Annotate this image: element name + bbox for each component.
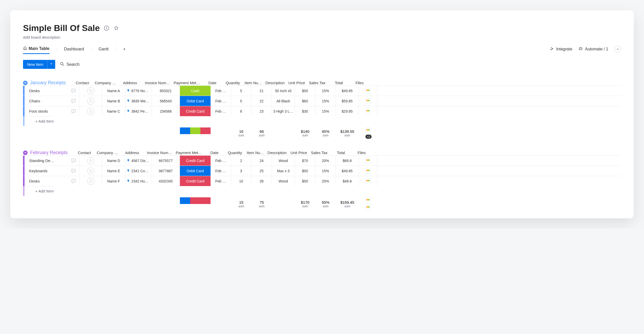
address-cell[interactable]: 4567 Dix…	[125, 156, 152, 166]
date-cell[interactable]: Feb …	[211, 96, 231, 106]
total-cell[interactable]: $49.8	[336, 176, 359, 186]
conversation-button[interactable]	[68, 156, 79, 166]
company-cell[interactable]: Name F	[102, 176, 125, 186]
company-cell[interactable]: Name D	[102, 156, 125, 166]
column-date[interactable]: Date	[202, 81, 223, 85]
payment-cell[interactable]: Cash	[180, 86, 211, 96]
date-cell[interactable]: Feb …	[211, 106, 231, 116]
contact-cell[interactable]	[79, 106, 102, 116]
group-collapse-toggle[interactable]	[23, 81, 28, 85]
column-invoice-number[interactable]: Invoice Num…	[143, 81, 171, 85]
quantity-cell[interactable]: 5	[231, 86, 251, 96]
column-contact[interactable]: Contact	[71, 81, 94, 85]
contact-cell[interactable]	[79, 96, 102, 106]
files-cell[interactable]	[359, 86, 377, 96]
table-row[interactable]: Desks Name A 8776 No… 653321 Cash Feb … …	[23, 85, 621, 96]
column-item-number[interactable]: Item Nu…	[245, 150, 266, 155]
column-company[interactable]: Company …	[94, 81, 117, 85]
tab-dashboard[interactable]: Dashboard	[64, 45, 84, 53]
total-cell[interactable]: $49.85	[336, 86, 359, 96]
invoice-cell[interactable]: 9877887	[152, 166, 180, 176]
group-name[interactable]: January Receipts	[30, 80, 71, 85]
payment-cell[interactable]: Credit Card	[180, 156, 211, 166]
group-collapse-toggle[interactable]	[23, 150, 28, 155]
payment-distribution[interactable]	[180, 127, 211, 134]
add-item-button[interactable]: + Add Item	[25, 186, 54, 196]
description-cell[interactable]: Wood	[272, 176, 295, 186]
integrate-button[interactable]: Integrate	[549, 46, 572, 52]
payment-cell[interactable]: Credit Card	[180, 106, 211, 116]
address-cell[interactable]: 2341 Co…	[125, 166, 152, 176]
automate-button[interactable]: Automate / 1	[578, 46, 608, 52]
sales-tax-cell[interactable]: 20%	[315, 176, 336, 186]
column-description[interactable]: Description	[263, 81, 286, 85]
unit-price-cell[interactable]: $50	[295, 86, 315, 96]
description-cell[interactable]: All Black	[272, 96, 295, 106]
sales-tax-cell[interactable]: 15%	[315, 86, 336, 96]
files-cell[interactable]	[359, 176, 377, 186]
sales-tax-cell[interactable]: 15%	[315, 106, 336, 116]
column-description[interactable]: Description	[266, 150, 289, 155]
unit-price-cell[interactable]: $60	[295, 96, 315, 106]
invoice-cell[interactable]: 4332345	[152, 176, 180, 186]
total-cell[interactable]: $59.85	[336, 96, 359, 106]
collapse-header-button[interactable]	[614, 46, 621, 52]
column-quantity[interactable]: Quantity	[223, 81, 243, 85]
sum-files[interactable]	[359, 197, 377, 211]
column-payment-method[interactable]: Payment Met…	[171, 81, 202, 85]
company-cell[interactable]: Name A	[102, 86, 125, 96]
item-name-cell[interactable]: Foot stools	[25, 106, 68, 116]
address-cell[interactable]: 8776 No…	[125, 86, 152, 96]
invoice-cell[interactable]: 566543	[152, 96, 180, 106]
column-contact[interactable]: Contact	[73, 150, 96, 155]
column-sales-tax[interactable]: Sales Tax	[309, 150, 329, 155]
quantity-cell[interactable]: 6	[231, 106, 251, 116]
column-quantity[interactable]: Quantity	[225, 150, 245, 155]
column-files[interactable]: Files	[352, 150, 371, 155]
item-number-cell[interactable]: 26	[251, 176, 272, 186]
payment-cell[interactable]: Credit Card	[180, 176, 211, 186]
item-number-cell[interactable]: 24	[251, 156, 272, 166]
conversation-button[interactable]	[68, 106, 79, 116]
table-row[interactable]: Standing De… Name D 4567 Dix… 6675577 Cr…	[23, 155, 621, 166]
company-cell[interactable]: Name B	[102, 96, 125, 106]
column-company[interactable]: Company …	[96, 150, 119, 155]
new-item-button[interactable]: New Item	[23, 60, 47, 69]
date-cell[interactable]: Feb …	[211, 86, 231, 96]
files-cell[interactable]	[359, 96, 377, 106]
board-title[interactable]: Simple Bill Of Sale	[23, 23, 100, 33]
date-cell[interactable]: Feb …	[211, 176, 231, 186]
item-name-cell[interactable]: Keyboards	[25, 166, 68, 176]
files-cell[interactable]	[359, 106, 377, 116]
invoice-cell[interactable]: 653321	[152, 86, 180, 96]
table-row[interactable]: Desks Name F 2342 Hu… 4332345 Credit Car…	[23, 176, 621, 186]
description-cell[interactable]: 50 Inch x5	[272, 86, 295, 96]
conversation-button[interactable]	[68, 86, 79, 96]
new-item-dropdown[interactable]	[47, 60, 55, 69]
date-cell[interactable]: Feb …	[211, 156, 231, 166]
table-row[interactable]: Chairs Name B 3839 We… 566543 Debit Card…	[23, 96, 621, 106]
total-cell[interactable]: $29.85	[336, 106, 359, 116]
sales-tax-cell[interactable]: 15%	[315, 96, 336, 106]
column-sales-tax[interactable]: Sales Tax	[307, 81, 327, 85]
quantity-cell[interactable]: 10	[231, 176, 251, 186]
total-cell[interactable]: $69.8	[336, 156, 359, 166]
item-number-cell[interactable]: 25	[251, 166, 272, 176]
files-more-badge[interactable]: +2	[365, 135, 372, 139]
contact-cell[interactable]	[79, 156, 102, 166]
group-name[interactable]: February Receipts	[30, 150, 73, 155]
column-address[interactable]: Address	[117, 81, 143, 85]
item-name-cell[interactable]: Chairs	[25, 96, 68, 106]
address-cell[interactable]: 2342 Hu…	[125, 176, 152, 186]
sum-files[interactable]: +2	[359, 127, 377, 139]
column-files[interactable]: Files	[350, 81, 369, 85]
contact-cell[interactable]	[79, 176, 102, 186]
quantity-cell[interactable]: 2	[231, 156, 251, 166]
tab-gantt[interactable]: Gantt	[99, 45, 109, 53]
item-name-cell[interactable]: Desks	[25, 86, 68, 96]
item-number-cell[interactable]: 23	[251, 106, 272, 116]
unit-price-cell[interactable]: $70	[295, 156, 315, 166]
files-cell[interactable]	[359, 156, 377, 166]
board-description[interactable]: Add board description	[23, 35, 621, 39]
invoice-cell[interactable]: 6675577	[152, 156, 180, 166]
